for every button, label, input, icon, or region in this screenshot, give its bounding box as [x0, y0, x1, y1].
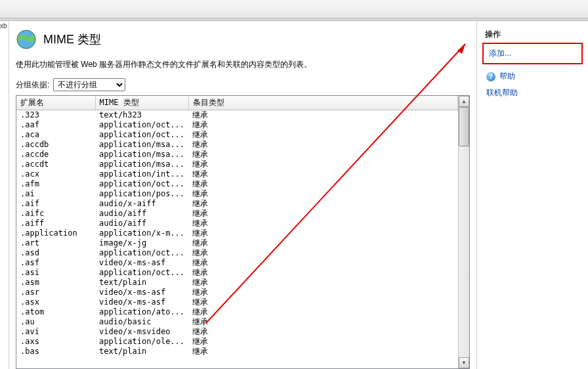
- cell-ext: .asr: [16, 288, 95, 297]
- table-row[interactable]: .aifaudio/x-aiff继承: [16, 199, 458, 209]
- cell-ext: .aaf: [16, 120, 95, 130]
- table-row[interactable]: .auaudio/basic继承: [16, 317, 458, 327]
- globe-icon: [16, 29, 37, 50]
- table-row[interactable]: .asdapplication/oct...继承: [16, 248, 458, 258]
- cell-ext: .afm: [16, 179, 95, 189]
- grouping-select[interactable]: 不进行分组: [53, 78, 125, 91]
- help-link[interactable]: ? 帮助: [482, 68, 583, 85]
- table-row[interactable]: .accdtapplication/msa...继承: [16, 160, 458, 169]
- cell-mime: application/oct...: [95, 130, 188, 140]
- cell-entry: 继承: [188, 268, 457, 278]
- table-row[interactable]: .accdeapplication/msa...继承: [16, 150, 458, 160]
- cell-ext: .atom: [16, 307, 95, 317]
- cell-entry: 继承: [188, 130, 457, 140]
- table-row[interactable]: .bastext/plain继承: [16, 347, 458, 357]
- table-row[interactable]: .acaapplication/oct...继承: [16, 130, 458, 140]
- cell-entry: 继承: [188, 199, 457, 209]
- cell-entry: 继承: [188, 140, 457, 150]
- col-extension[interactable]: 扩展名: [16, 96, 95, 110]
- cell-ext: .aif: [16, 199, 95, 209]
- cell-entry: 继承: [188, 120, 457, 130]
- cell-entry: 继承: [188, 189, 457, 199]
- cell-entry: 继承: [188, 307, 457, 317]
- cell-ext: .bas: [16, 347, 95, 357]
- cell-entry: 继承: [188, 288, 457, 297]
- cell-mime: application/oct...: [95, 120, 188, 130]
- table-row[interactable]: .asxvideo/x-ms-asf继承: [16, 297, 458, 307]
- cell-mime: application/msa...: [95, 160, 188, 169]
- cell-entry: 继承: [188, 228, 457, 238]
- cell-entry: 继承: [188, 248, 457, 258]
- cell-entry: 继承: [188, 209, 457, 219]
- cell-entry: 继承: [188, 238, 457, 248]
- cell-mime: text/plain: [95, 347, 188, 357]
- cell-ext: .asm: [16, 278, 95, 288]
- table-row[interactable]: .axsapplication/ole...继承: [16, 337, 458, 347]
- online-help-label: 联机帮助: [486, 87, 518, 98]
- scroll-up-icon[interactable]: ▲: [459, 96, 469, 107]
- cell-ext: .asx: [16, 297, 95, 307]
- cell-entry: 继承: [188, 150, 457, 160]
- cell-ext: .application: [16, 228, 95, 238]
- cell-ext: .au: [16, 317, 95, 327]
- table-row[interactable]: .atomapplication/ato...继承: [16, 307, 458, 317]
- cell-ext: .asd: [16, 248, 95, 258]
- cell-entry: 继承: [188, 297, 457, 307]
- cell-ext: .accdb: [16, 140, 95, 150]
- cell-mime: video/x-ms-asf: [95, 297, 188, 307]
- cell-mime: application/ato...: [95, 307, 188, 317]
- table-row[interactable]: .applicationapplication/x-m...继承: [16, 228, 458, 238]
- vertical-scrollbar[interactable]: ▲ ▼: [458, 96, 469, 368]
- table-row[interactable]: .acxapplication/int...继承: [16, 169, 458, 179]
- cell-mime: audio/aiff: [95, 209, 188, 219]
- cell-mime: video/x-ms-asf: [95, 258, 188, 268]
- actions-pane: 操作 添加... ? 帮助 联机帮助: [476, 21, 588, 369]
- mime-table: 扩展名 MIME 类型 条目类型 .323text/h323继承.aafappl…: [16, 96, 458, 357]
- cell-ext: .asi: [16, 268, 95, 278]
- cell-mime: audio/aiff: [95, 219, 188, 228]
- cell-entry: 继承: [188, 327, 457, 337]
- table-row[interactable]: .aiapplication/pos...继承: [16, 189, 458, 199]
- cell-ext: .avi: [16, 327, 95, 337]
- cell-ext: .323: [16, 110, 95, 121]
- cell-mime: audio/x-aiff: [95, 199, 188, 209]
- page-description: 使用此功能管理被 Web 服务器用作静态文件的文件扩展名和关联的内容类型的列表。: [16, 59, 470, 70]
- scroll-down-icon[interactable]: ▼: [459, 357, 469, 368]
- cell-mime: application/x-m...: [95, 228, 188, 238]
- cell-mime: application/int...: [95, 169, 188, 179]
- table-row[interactable]: .asrvideo/x-ms-asf继承: [16, 288, 458, 297]
- scroll-thumb[interactable]: [459, 107, 469, 146]
- cell-mime: audio/basic: [95, 317, 188, 327]
- cell-entry: 继承: [188, 179, 457, 189]
- cell-mime: application/msa...: [95, 140, 188, 150]
- cell-ext: .ai: [16, 189, 95, 199]
- cell-ext: .aca: [16, 130, 95, 140]
- table-row[interactable]: .accdbapplication/msa...继承: [16, 140, 458, 150]
- col-mime[interactable]: MIME 类型: [95, 96, 188, 110]
- scroll-track[interactable]: [459, 146, 469, 357]
- add-action[interactable]: 添加...: [482, 43, 583, 64]
- cell-entry: 继承: [188, 278, 457, 288]
- table-row[interactable]: .asfvideo/x-ms-asf继承: [16, 258, 458, 268]
- table-row[interactable]: .aifcaudio/aiff继承: [16, 209, 458, 219]
- online-help-link[interactable]: 联机帮助: [482, 85, 583, 101]
- table-row[interactable]: .avivideo/x-msvideo继承: [16, 327, 458, 337]
- cell-entry: 继承: [188, 317, 457, 327]
- cell-ext: .accde: [16, 150, 95, 160]
- main-pane: MIME 类型 使用此功能管理被 Web 服务器用作静态文件的文件扩展名和关联的…: [9, 21, 476, 369]
- cell-mime: text/plain: [95, 278, 188, 288]
- grouping-label: 分组依据:: [16, 79, 49, 91]
- table-row[interactable]: .aafapplication/oct...继承: [16, 120, 458, 130]
- table-row[interactable]: .aiffaudio/aiff继承: [16, 219, 458, 228]
- table-row[interactable]: .asiapplication/oct...继承: [16, 268, 458, 278]
- cell-entry: 继承: [188, 169, 457, 179]
- table-row[interactable]: .asmtext/plain继承: [16, 278, 458, 288]
- cell-ext: .aifc: [16, 209, 95, 219]
- table-row[interactable]: .artimage/x-jg继承: [16, 238, 458, 248]
- window-topbar: [0, 0, 588, 18]
- cell-entry: 继承: [188, 337, 457, 347]
- left-tree-sliver: xb: [0, 21, 9, 369]
- col-entry-type[interactable]: 条目类型: [188, 96, 457, 110]
- table-row[interactable]: .afmapplication/oct...继承: [16, 179, 458, 189]
- table-row[interactable]: .323text/h323继承: [16, 110, 458, 121]
